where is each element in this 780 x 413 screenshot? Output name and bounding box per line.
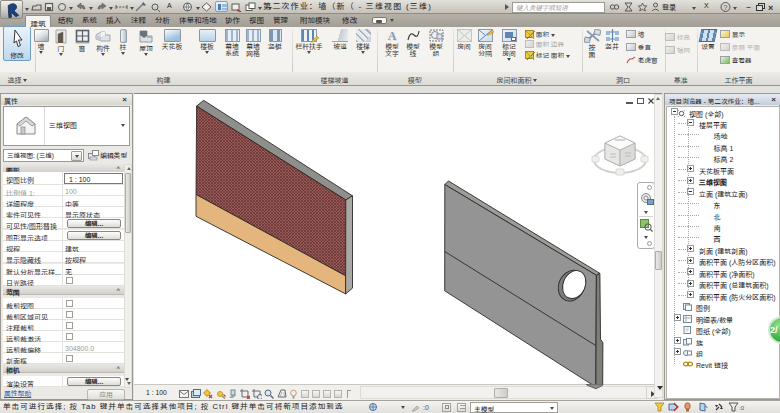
svg-text:?: ?	[724, 4, 728, 11]
